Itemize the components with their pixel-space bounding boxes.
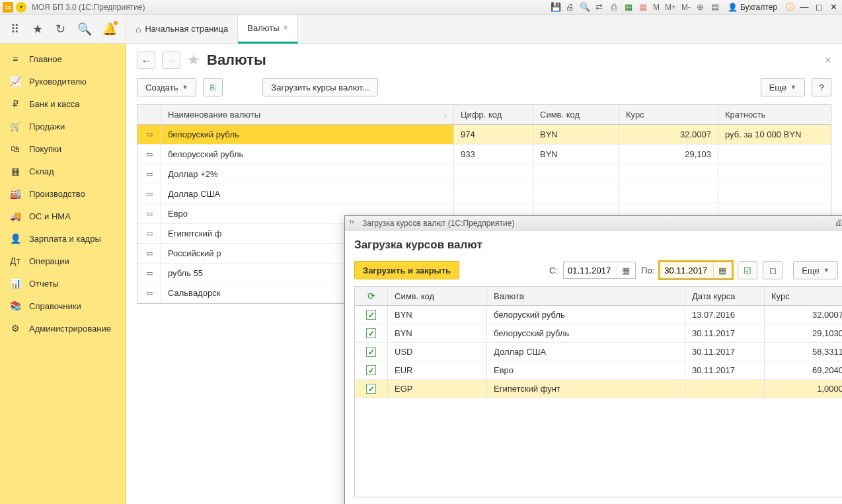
table-row[interactable]: ▭ Доллар США bbox=[137, 184, 831, 204]
history-icon[interactable]: ↻ bbox=[55, 22, 66, 36]
col-name[interactable]: Наименование валюты ↓ bbox=[161, 105, 454, 124]
nav-back-button[interactable]: ← bbox=[137, 52, 155, 69]
info-icon[interactable]: ⓘ bbox=[784, 1, 796, 13]
checkbox-icon[interactable]: ✓ bbox=[366, 310, 376, 320]
preview-icon[interactable]: 🔍 bbox=[579, 1, 591, 13]
table-row[interactable]: ▭ Доллар +2% bbox=[137, 164, 831, 184]
sidebar-item-8[interactable]: 👤Зарплата и кадры bbox=[0, 227, 126, 250]
date-from-input[interactable]: ▦ bbox=[563, 262, 636, 279]
print-icon[interactable]: 🖨 bbox=[835, 218, 842, 229]
dialog-titlebar[interactable]: 1c Загрузка курсов валют (1С:Предприятие… bbox=[345, 216, 842, 231]
sidebar-item-5[interactable]: ▦Склад bbox=[0, 160, 126, 182]
col-refresh[interactable]: ⟳ bbox=[355, 287, 388, 305]
m-minus-button[interactable]: M- bbox=[680, 3, 692, 12]
uncheck-all-button[interactable]: ◻ bbox=[763, 261, 783, 279]
print-icon[interactable]: 🖨 bbox=[564, 1, 576, 13]
sidebar-item-11[interactable]: 📚Справочники bbox=[0, 295, 126, 317]
chevron-down-icon: ▼ bbox=[790, 84, 796, 90]
checkbox-icon[interactable]: ✓ bbox=[366, 384, 376, 394]
help-button[interactable]: ? bbox=[812, 78, 831, 96]
more-button[interactable]: Еще ▼ bbox=[761, 78, 805, 96]
calc-icon[interactable]: ▤ bbox=[709, 1, 721, 13]
table-row[interactable]: ▭ белоруский рубль 974 BYN 32,0007 руб. … bbox=[137, 125, 831, 145]
page-close-button[interactable]: × bbox=[824, 54, 831, 67]
load-rates-button[interactable]: Загрузить курсы валют... bbox=[262, 78, 377, 96]
sidebar-item-9[interactable]: ДтОперации bbox=[0, 250, 126, 272]
col-sym[interactable]: Симв. код bbox=[533, 105, 619, 124]
col-rate[interactable]: Курс bbox=[765, 287, 842, 305]
export-icon[interactable]: ⎙ bbox=[608, 1, 620, 13]
col-mult[interactable]: Кратность bbox=[718, 105, 831, 124]
search-icon[interactable]: 🔍 bbox=[78, 22, 91, 36]
cell-name: белорусский рубль bbox=[161, 145, 454, 164]
copy-button[interactable]: ⎘ bbox=[203, 78, 223, 96]
check-all-button[interactable]: ☑ bbox=[738, 261, 757, 279]
sidebar-item-3[interactable]: 🛒Продажи bbox=[0, 115, 126, 137]
sidebar-item-7[interactable]: 🚚ОС и НМА bbox=[0, 205, 126, 227]
sidebar-label: Банк и касса bbox=[29, 99, 80, 109]
sidebar-item-6[interactable]: 🏭Производство bbox=[0, 182, 126, 205]
load-and-close-button[interactable]: Загрузить и закрыть bbox=[354, 261, 459, 279]
bell-icon[interactable]: 🔔 bbox=[103, 22, 116, 36]
app-logo-icon: 1c bbox=[349, 219, 358, 228]
tool-iconbar: ⠿ ★ ↻ 🔍 🔔 bbox=[0, 15, 126, 44]
sidebar-item-0[interactable]: ≡Главное bbox=[0, 48, 126, 70]
minimize-button[interactable]: — bbox=[798, 1, 810, 13]
calendar1-icon[interactable]: ▦ bbox=[623, 1, 634, 13]
user-label[interactable]: 👤 Бухгалтер bbox=[728, 3, 777, 12]
col-date[interactable]: Дата курса bbox=[685, 287, 765, 305]
sidebar-item-10[interactable]: 📊Отчеты bbox=[0, 272, 126, 295]
m-plus-button[interactable]: M+ bbox=[664, 3, 677, 12]
compare-icon[interactable]: ⇄ bbox=[593, 1, 605, 13]
cell-name: Евро bbox=[487, 361, 685, 379]
dialog-more-button[interactable]: Еще ▼ bbox=[793, 261, 837, 279]
apps-icon[interactable]: ⠿ bbox=[9, 22, 20, 36]
zoom-icon[interactable]: ⊕ bbox=[695, 1, 707, 13]
checkbox-icon[interactable]: ✓ bbox=[366, 365, 376, 375]
date-to-input[interactable]: ▦ bbox=[660, 262, 732, 279]
date-to-field[interactable] bbox=[660, 266, 713, 275]
save-icon[interactable]: 💾 bbox=[550, 1, 562, 13]
favorite-icon[interactable]: ★ bbox=[32, 22, 44, 36]
tab-currencies[interactable]: Валюты × bbox=[238, 15, 297, 44]
window-close-button[interactable]: ✕ bbox=[827, 1, 839, 13]
col-num[interactable]: Цифр. код bbox=[454, 105, 533, 124]
col-currency[interactable]: Валюта bbox=[487, 287, 685, 305]
tab-home[interactable]: ⌂ Начальная страница bbox=[126, 15, 238, 44]
rates-row[interactable]: ✓ BYN белоруский рубль 13.07.2016 32,000… bbox=[355, 306, 842, 324]
col-rate[interactable]: Курс bbox=[619, 105, 718, 124]
checkbox-icon[interactable]: ✓ bbox=[366, 328, 376, 338]
table-row[interactable]: ▭ белорусский рубль 933 BYN 29,103 bbox=[137, 145, 831, 164]
rates-row[interactable]: ✓ USD Доллар США 30.11.2017 58,3311 1 bbox=[355, 343, 842, 361]
date-from-field[interactable] bbox=[564, 266, 617, 275]
rates-row[interactable]: ✓ EUR Евро 30.11.2017 69,2040 1 bbox=[355, 361, 842, 380]
rates-row[interactable]: ✓ EGP Египетский фунт 1,0000 1 bbox=[355, 380, 842, 398]
sidebar-item-4[interactable]: 🛍Покупки bbox=[0, 137, 126, 160]
item-icon: ▭ bbox=[146, 269, 153, 277]
sidebar-icon: 👤 bbox=[9, 233, 21, 244]
sidebar-label: Склад bbox=[29, 166, 54, 176]
item-icon: ▭ bbox=[146, 209, 153, 218]
create-button[interactable]: Создать ▼ bbox=[137, 78, 196, 96]
close-icon[interactable]: × bbox=[284, 23, 288, 32]
cell-rate: 32,0007 bbox=[765, 306, 842, 324]
calendar-icon[interactable]: ▦ bbox=[713, 262, 730, 278]
chevron-down-icon: ▼ bbox=[182, 84, 188, 90]
sidebar-label: ОС и НМА bbox=[29, 211, 71, 221]
calendar-icon[interactable]: ▦ bbox=[617, 262, 634, 278]
nav-forward-button[interactable]: → bbox=[162, 52, 180, 69]
sidebar-item-12[interactable]: ⚙Администрирование bbox=[0, 317, 126, 340]
m-button[interactable]: M bbox=[652, 3, 661, 12]
titlebar-dropdown-icon[interactable]: ▾ bbox=[16, 2, 26, 13]
favorite-star-icon[interactable]: ★ bbox=[187, 52, 200, 69]
rates-row[interactable]: ✓ BYN белорусский рубль 30.11.2017 29,10… bbox=[355, 324, 842, 343]
col-sym[interactable]: Симв. код bbox=[388, 287, 487, 305]
checkbox-icon[interactable]: ✓ bbox=[366, 347, 376, 357]
sidebar-item-1[interactable]: 📈Руководителю bbox=[0, 70, 126, 92]
calendar2-icon[interactable]: ▦ bbox=[637, 1, 649, 13]
restore-button[interactable]: ◻ bbox=[813, 1, 825, 13]
sidebar-item-2[interactable]: ₽Банк и касса bbox=[0, 92, 126, 115]
cell-mult: руб. за 10 000 BYN bbox=[718, 125, 831, 144]
col-flag[interactable] bbox=[137, 105, 161, 124]
cell-num bbox=[454, 164, 533, 184]
